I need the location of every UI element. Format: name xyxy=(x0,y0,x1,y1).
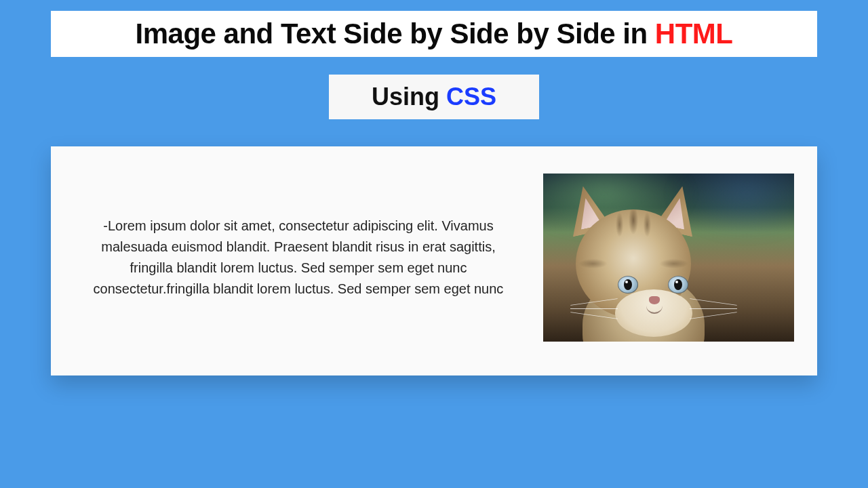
title-accent: HTML xyxy=(655,18,733,49)
kitten-illustration xyxy=(543,174,794,342)
page-title: Image and Text Side by Side by Side in H… xyxy=(64,18,804,50)
subtitle-box: Using CSS xyxy=(329,75,539,119)
subtitle-accent: CSS xyxy=(446,83,496,110)
content-card: -Lorem ipsum dolor sit amet, consectetur… xyxy=(51,146,817,375)
page-subtitle: Using CSS xyxy=(336,83,532,111)
card-text: -Lorem ipsum dolor sit amet, consectetur… xyxy=(74,216,523,300)
subtitle-prefix: Using xyxy=(372,83,446,110)
card-paragraph: -Lorem ipsum dolor sit amet, consectetur… xyxy=(81,216,516,300)
title-prefix: Image and Text Side by Side by Side in xyxy=(136,18,655,49)
title-box: Image and Text Side by Side by Side in H… xyxy=(51,11,817,57)
card-image xyxy=(543,174,794,342)
